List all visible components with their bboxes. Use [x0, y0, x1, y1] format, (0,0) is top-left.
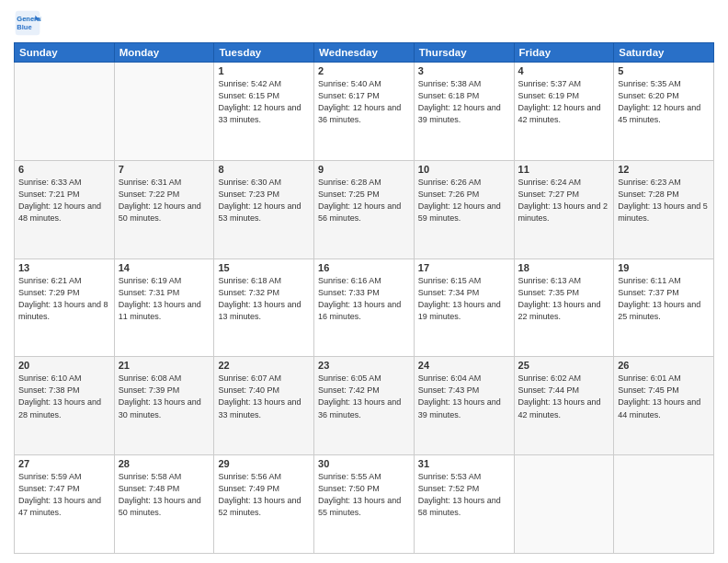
day-detail: Sunrise: 6:15 AMSunset: 7:34 PMDaylight:… [418, 275, 510, 323]
svg-text:Blue: Blue [17, 23, 31, 31]
day-detail: Sunrise: 5:38 AMSunset: 6:18 PMDaylight:… [418, 78, 510, 126]
week-row-4: 20Sunrise: 6:10 AMSunset: 7:38 PMDayligh… [15, 357, 714, 455]
calendar-cell: 22Sunrise: 6:07 AMSunset: 7:40 PMDayligh… [214, 357, 314, 455]
calendar-cell: 10Sunrise: 6:26 AMSunset: 7:26 PMDayligh… [414, 160, 514, 259]
weekday-header-saturday: Saturday [614, 43, 714, 63]
day-detail: Sunrise: 5:35 AMSunset: 6:20 PMDaylight:… [618, 78, 710, 126]
day-number: 7 [119, 164, 210, 175]
day-number: 29 [218, 458, 310, 469]
day-number: 4 [518, 65, 610, 76]
calendar-cell: 20Sunrise: 6:10 AMSunset: 7:38 PMDayligh… [15, 357, 115, 455]
day-detail: Sunrise: 6:10 AMSunset: 7:38 PMDaylight:… [18, 373, 110, 420]
calendar-cell: 12Sunrise: 6:23 AMSunset: 7:28 PMDayligh… [614, 160, 714, 259]
weekday-header-sunday: Sunday [15, 43, 115, 63]
day-detail: Sunrise: 6:24 AMSunset: 7:27 PMDaylight:… [518, 177, 610, 224]
calendar-cell [15, 63, 115, 161]
calendar-cell: 18Sunrise: 6:13 AMSunset: 7:35 PMDayligh… [514, 259, 614, 357]
day-number: 11 [518, 164, 610, 175]
calendar-cell: 14Sunrise: 6:19 AMSunset: 7:31 PMDayligh… [114, 259, 214, 357]
day-detail: Sunrise: 5:53 AMSunset: 7:52 PMDaylight:… [418, 471, 510, 519]
calendar-cell: 6Sunrise: 6:33 AMSunset: 7:21 PMDaylight… [15, 160, 115, 259]
day-number: 9 [318, 164, 410, 175]
calendar-cell: 15Sunrise: 6:18 AMSunset: 7:32 PMDayligh… [214, 259, 314, 357]
calendar-cell: 23Sunrise: 6:05 AMSunset: 7:42 PMDayligh… [314, 357, 415, 455]
header: General Blue [14, 9, 714, 37]
calendar-cell: 26Sunrise: 6:01 AMSunset: 7:45 PMDayligh… [614, 357, 714, 455]
calendar-table: SundayMondayTuesdayWednesdayThursdayFrid… [14, 42, 714, 554]
calendar-cell [514, 455, 614, 554]
calendar-cell: 13Sunrise: 6:21 AMSunset: 7:29 PMDayligh… [15, 259, 115, 357]
day-number: 6 [18, 164, 110, 175]
day-detail: Sunrise: 6:04 AMSunset: 7:43 PMDaylight:… [418, 373, 510, 420]
calendar-cell: 7Sunrise: 6:31 AMSunset: 7:22 PMDaylight… [114, 160, 214, 259]
day-detail: Sunrise: 6:08 AMSunset: 7:39 PMDaylight:… [119, 373, 210, 420]
logo: General Blue [14, 9, 45, 37]
calendar-cell: 21Sunrise: 6:08 AMSunset: 7:39 PMDayligh… [114, 357, 214, 455]
day-detail: Sunrise: 6:33 AMSunset: 7:21 PMDaylight:… [18, 177, 110, 224]
week-row-2: 6Sunrise: 6:33 AMSunset: 7:21 PMDaylight… [15, 160, 714, 259]
day-number: 10 [418, 164, 510, 175]
weekday-header-friday: Friday [514, 43, 614, 63]
calendar-cell [114, 63, 214, 161]
day-detail: Sunrise: 5:56 AMSunset: 7:49 PMDaylight:… [218, 471, 310, 519]
logo-icon: General Blue [14, 9, 41, 37]
week-row-3: 13Sunrise: 6:21 AMSunset: 7:29 PMDayligh… [15, 259, 714, 357]
day-number: 5 [618, 65, 710, 76]
day-detail: Sunrise: 5:37 AMSunset: 6:19 PMDaylight:… [518, 78, 610, 126]
calendar-cell: 27Sunrise: 5:59 AMSunset: 7:47 PMDayligh… [15, 455, 115, 554]
day-number: 19 [618, 262, 710, 273]
day-number: 16 [318, 262, 410, 273]
day-number: 26 [618, 360, 710, 371]
calendar-cell: 19Sunrise: 6:11 AMSunset: 7:37 PMDayligh… [614, 259, 714, 357]
day-number: 1 [218, 65, 310, 76]
day-number: 15 [218, 262, 310, 273]
day-detail: Sunrise: 6:26 AMSunset: 7:26 PMDaylight:… [418, 177, 510, 224]
day-detail: Sunrise: 6:02 AMSunset: 7:44 PMDaylight:… [518, 373, 610, 420]
calendar-cell: 30Sunrise: 5:55 AMSunset: 7:50 PMDayligh… [314, 455, 415, 554]
weekday-header-row: SundayMondayTuesdayWednesdayThursdayFrid… [15, 43, 714, 63]
calendar-cell: 28Sunrise: 5:58 AMSunset: 7:48 PMDayligh… [114, 455, 214, 554]
calendar-cell: 5Sunrise: 5:35 AMSunset: 6:20 PMDaylight… [614, 63, 714, 161]
calendar-cell: 17Sunrise: 6:15 AMSunset: 7:34 PMDayligh… [414, 259, 514, 357]
calendar-cell: 29Sunrise: 5:56 AMSunset: 7:49 PMDayligh… [214, 455, 314, 554]
day-detail: Sunrise: 5:59 AMSunset: 7:47 PMDaylight:… [18, 471, 110, 519]
day-number: 28 [119, 458, 210, 469]
weekday-header-thursday: Thursday [414, 43, 514, 63]
day-detail: Sunrise: 5:55 AMSunset: 7:50 PMDaylight:… [318, 471, 410, 519]
calendar-cell: 11Sunrise: 6:24 AMSunset: 7:27 PMDayligh… [514, 160, 614, 259]
day-detail: Sunrise: 6:16 AMSunset: 7:33 PMDaylight:… [318, 275, 410, 323]
day-detail: Sunrise: 5:40 AMSunset: 6:17 PMDaylight:… [318, 78, 410, 126]
day-detail: Sunrise: 6:19 AMSunset: 7:31 PMDaylight:… [119, 275, 210, 323]
day-detail: Sunrise: 5:58 AMSunset: 7:48 PMDaylight:… [119, 471, 210, 519]
day-number: 12 [618, 164, 710, 175]
day-number: 8 [218, 164, 310, 175]
day-number: 3 [418, 65, 510, 76]
day-detail: Sunrise: 6:18 AMSunset: 7:32 PMDaylight:… [218, 275, 310, 323]
day-number: 23 [318, 360, 410, 371]
day-detail: Sunrise: 6:21 AMSunset: 7:29 PMDaylight:… [18, 275, 110, 323]
calendar-cell: 31Sunrise: 5:53 AMSunset: 7:52 PMDayligh… [414, 455, 514, 554]
weekday-header-tuesday: Tuesday [214, 43, 314, 63]
day-detail: Sunrise: 6:05 AMSunset: 7:42 PMDaylight:… [318, 373, 410, 420]
day-detail: Sunrise: 6:28 AMSunset: 7:25 PMDaylight:… [318, 177, 410, 224]
calendar-cell: 4Sunrise: 5:37 AMSunset: 6:19 PMDaylight… [514, 63, 614, 161]
calendar-cell: 1Sunrise: 5:42 AMSunset: 6:15 PMDaylight… [214, 63, 314, 161]
calendar-cell [614, 455, 714, 554]
day-detail: Sunrise: 6:31 AMSunset: 7:22 PMDaylight:… [119, 177, 210, 224]
day-detail: Sunrise: 6:23 AMSunset: 7:28 PMDaylight:… [618, 177, 710, 224]
calendar-cell: 8Sunrise: 6:30 AMSunset: 7:23 PMDaylight… [214, 160, 314, 259]
day-number: 22 [218, 360, 310, 371]
day-number: 17 [418, 262, 510, 273]
day-number: 2 [318, 65, 410, 76]
calendar-cell: 2Sunrise: 5:40 AMSunset: 6:17 PMDaylight… [314, 63, 415, 161]
day-number: 18 [518, 262, 610, 273]
calendar-cell: 16Sunrise: 6:16 AMSunset: 7:33 PMDayligh… [314, 259, 415, 357]
day-number: 30 [318, 458, 410, 469]
day-number: 31 [418, 458, 510, 469]
day-number: 20 [18, 360, 110, 371]
day-detail: Sunrise: 6:01 AMSunset: 7:45 PMDaylight:… [618, 373, 710, 420]
week-row-5: 27Sunrise: 5:59 AMSunset: 7:47 PMDayligh… [15, 455, 714, 554]
day-number: 13 [18, 262, 110, 273]
day-number: 21 [119, 360, 210, 371]
calendar-cell: 9Sunrise: 6:28 AMSunset: 7:25 PMDaylight… [314, 160, 415, 259]
